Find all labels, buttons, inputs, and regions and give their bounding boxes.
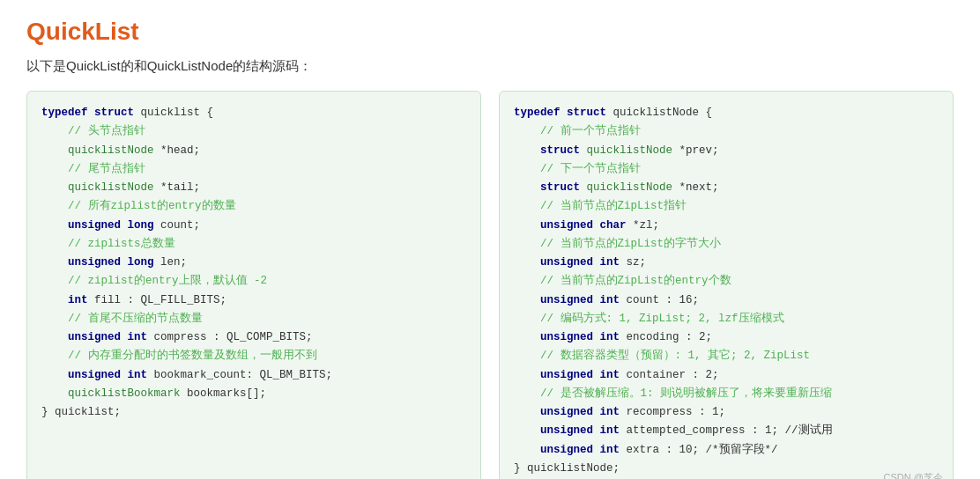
code-line: // 是否被解压缩。1: 则说明被解压了，将来要重新压缩	[514, 385, 939, 403]
code-line: // 所有ziplist的entry的数量	[41, 197, 466, 216]
code-line: // 当前节点的ZipList的字节大小	[514, 235, 939, 254]
code-line: quicklistBookmark bookmarks[];	[41, 385, 466, 403]
code-panels: typedef struct quicklist { // 头节点指针 quic…	[26, 91, 954, 479]
code-line: unsigned long count;	[41, 217, 466, 235]
code-line: // 前一个节点指针	[514, 122, 939, 141]
code-line: // 下一个节点指针	[514, 160, 939, 179]
code-line: // 编码方式: 1, ZipList; 2, lzf压缩模式	[514, 310, 939, 328]
code-line: unsigned int container : 2;	[514, 366, 939, 385]
code-line: unsigned int bookmark_count: QL_BM_BITS;	[41, 366, 466, 385]
code-line: unsigned char *zl;	[514, 217, 939, 235]
code-line: quicklistNode *head;	[41, 142, 466, 160]
code-line: unsigned long len;	[41, 254, 466, 272]
code-line: unsigned int encoding : 2;	[514, 328, 939, 347]
page-title: QuickList	[26, 18, 954, 46]
code-line: typedef struct quicklist {	[41, 104, 466, 122]
left-code-box: typedef struct quicklist { // 头节点指针 quic…	[26, 91, 481, 479]
right-code-box: typedef struct quicklistNode { // 前一个节点指…	[499, 91, 954, 479]
code-line: quicklistNode *tail;	[41, 179, 466, 197]
code-line: // 内存重分配时的书签数量及数组，一般用不到	[41, 347, 466, 365]
code-line: struct quicklistNode *next;	[514, 179, 939, 197]
subtitle-text: 以下是QuickList的和QuickListNode的结构源码：	[26, 58, 954, 75]
watermark: CSDN @芝今	[884, 471, 943, 479]
code-line: } quicklist;	[41, 403, 466, 422]
code-line: // 头节点指针	[41, 122, 466, 141]
code-line: unsigned int compress : QL_COMP_BITS;	[41, 328, 466, 347]
code-line: // 当前节点的ZipList的entry个数	[514, 272, 939, 291]
code-line: unsigned int sz;	[514, 254, 939, 272]
code-line: // ziplist的entry上限，默认值 -2	[41, 272, 466, 291]
code-line: typedef struct quicklistNode {	[514, 104, 939, 122]
code-line: unsigned int attempted_compress : 1; //测…	[514, 422, 939, 440]
code-line: // 尾节点指针	[41, 160, 466, 179]
code-line: } quicklistNode;	[514, 460, 939, 478]
code-line: int fill : QL_FILL_BITS;	[41, 291, 466, 310]
page-container: QuickList 以下是QuickList的和QuickListNode的结构…	[26, 18, 954, 479]
code-line: unsigned int extra : 10; /*预留字段*/	[514, 441, 939, 460]
code-line: unsigned int recompress : 1;	[514, 403, 939, 422]
code-line: // ziplists总数量	[41, 235, 466, 254]
code-line: struct quicklistNode *prev;	[514, 142, 939, 160]
code-line: // 数据容器类型（预留）: 1, 其它; 2, ZipList	[514, 347, 939, 365]
code-line: // 当前节点的ZipList指针	[514, 197, 939, 216]
code-line: // 首尾不压缩的节点数量	[41, 310, 466, 328]
code-line: unsigned int count : 16;	[514, 291, 939, 310]
